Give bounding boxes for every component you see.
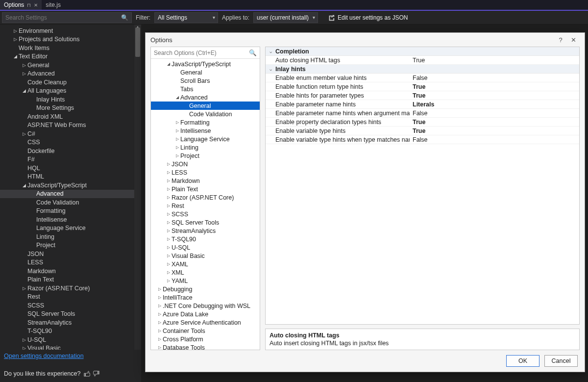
dialog-tree-item[interactable]: ▷Intellisense xyxy=(151,127,260,135)
expander-icon[interactable]: ▷ xyxy=(166,204,172,208)
expander-icon[interactable]: ▷ xyxy=(166,170,172,175)
dialog-tree-item[interactable]: ▷XAML xyxy=(151,260,260,268)
dialog-tree-item[interactable]: ▷JSON xyxy=(151,160,260,168)
expander-icon[interactable]: ▷ xyxy=(166,220,172,225)
property-value[interactable]: True xyxy=(410,83,579,90)
expander-icon[interactable]: ▷ xyxy=(174,137,180,141)
property-row[interactable]: Enable variable type hints when type mat… xyxy=(266,135,579,144)
sidebar-item[interactable]: HQL xyxy=(0,164,134,173)
expander-icon[interactable]: ▷ xyxy=(21,286,27,291)
expander-icon[interactable]: ▷ xyxy=(166,270,172,275)
expander-icon[interactable]: ▷ xyxy=(21,71,27,76)
dialog-tree-item[interactable]: ▷StreamAnalytics xyxy=(151,227,260,235)
property-value[interactable]: True xyxy=(410,127,579,134)
dialog-tree-item[interactable]: ▷T-SQL90 xyxy=(151,235,260,243)
sidebar-item[interactable]: ▷U-SQL xyxy=(0,335,134,344)
sidebar-item[interactable]: ▷Razor (ASP.NET Core) xyxy=(0,284,134,293)
search-settings-input[interactable]: 🔍 xyxy=(2,12,132,23)
dialog-tree-item[interactable]: ▷Debugging xyxy=(151,285,260,293)
expander-icon[interactable]: ◢ xyxy=(174,95,180,100)
sidebar-item[interactable]: HTML xyxy=(0,173,134,181)
sidebar-item[interactable]: Language Service xyxy=(0,224,134,233)
sidebar-item[interactable]: Formatting xyxy=(0,207,134,216)
sidebar-item[interactable]: T-SQL90 xyxy=(0,327,134,336)
dialog-tree-item[interactable]: ▷Azure Data Lake xyxy=(151,310,260,318)
dialog-tree-item[interactable]: ▷SCSS xyxy=(151,210,260,218)
dialog-tree-item[interactable]: ▷Language Service xyxy=(151,135,260,143)
property-value[interactable]: False xyxy=(410,110,579,117)
settings-doc-link[interactable]: Open settings documentation xyxy=(4,353,84,359)
sidebar-item[interactable]: Plain Text xyxy=(0,276,134,284)
property-value[interactable]: True xyxy=(410,92,579,99)
sidebar-item[interactable]: ◢All Languages xyxy=(0,87,134,96)
expander-icon[interactable]: ▷ xyxy=(166,195,172,200)
tab-options[interactable]: Options ⊓ ✕ xyxy=(0,0,42,10)
property-grid[interactable]: ⌵CompletionAuto closing HTML tagsTrue⌵In… xyxy=(265,47,580,325)
dialog-tree-item[interactable]: ▷Rest xyxy=(151,202,260,210)
dialog-tree-item[interactable]: ▷Cross Platform xyxy=(151,335,260,343)
sidebar-item[interactable]: ASP.NET Web Forms xyxy=(0,121,134,130)
expander-icon[interactable]: ▷ xyxy=(157,304,163,308)
sidebar-item[interactable]: ▷General xyxy=(0,61,134,70)
tab-sitejs[interactable]: site.js xyxy=(42,0,65,10)
applies-dropdown[interactable]: user (current install) xyxy=(253,12,318,23)
sidebar-item[interactable]: Intellisense xyxy=(0,215,134,224)
close-icon[interactable]: ✕ xyxy=(34,2,38,8)
dialog-tree-item[interactable]: ▷Database Tools xyxy=(151,343,260,350)
dialog-tree-item[interactable]: ▷Plain Text xyxy=(151,185,260,193)
expander-icon[interactable]: ▷ xyxy=(166,245,172,250)
scroll-thumb[interactable] xyxy=(135,27,140,57)
sidebar-item[interactable]: Advanced xyxy=(0,190,134,199)
expander-icon[interactable]: ▷ xyxy=(157,295,163,300)
property-value[interactable]: True xyxy=(410,57,579,64)
property-value[interactable]: False xyxy=(410,136,579,143)
property-value[interactable]: False xyxy=(410,75,579,81)
property-group-header[interactable]: ⌵Completion xyxy=(266,47,579,56)
sidebar-item[interactable]: ◢Text Editor xyxy=(0,52,134,61)
property-row[interactable]: Auto closing HTML tagsTrue xyxy=(266,56,579,65)
expander-icon[interactable]: ▷ xyxy=(166,254,172,258)
dialog-tree-item[interactable]: ▷Linting xyxy=(151,143,260,152)
sidebar-item[interactable]: Project xyxy=(0,241,134,250)
sidebar-item[interactable]: ◢JavaScript/TypeScript xyxy=(0,181,134,190)
property-row[interactable]: Enable parameter name hintsLiterals xyxy=(266,100,579,109)
dialog-tree-item[interactable]: ▷Project xyxy=(151,152,260,160)
dialog-tree[interactable]: ◢JavaScript/TypeScriptGeneralScroll Bars… xyxy=(151,59,260,350)
dialog-tree-item[interactable]: ▷Razor (ASP.NET Core) xyxy=(151,193,260,202)
sidebar-item[interactable]: ▷Projects and Solutions xyxy=(0,35,134,44)
expander-icon[interactable]: ▷ xyxy=(166,262,172,266)
edit-json-link[interactable]: Edit user settings as JSON xyxy=(328,14,408,21)
sidebar-item[interactable]: Rest xyxy=(0,293,134,302)
sidebar-tree[interactable]: ▷Environment▷Projects and SolutionsWork … xyxy=(0,25,134,382)
dialog-tree-item[interactable]: ▷XML xyxy=(151,268,260,277)
sidebar-item[interactable]: StreamAnalytics xyxy=(0,318,134,327)
expander-icon[interactable]: ▷ xyxy=(166,187,172,191)
dialog-tree-item[interactable]: ▷Visual Basic xyxy=(151,252,260,260)
expander-icon[interactable]: ▷ xyxy=(166,229,172,233)
expander-icon[interactable]: ▷ xyxy=(157,337,163,341)
expander-icon[interactable]: ▷ xyxy=(166,237,172,241)
dialog-tree-item[interactable]: ▷Markdown xyxy=(151,177,260,185)
expander-icon[interactable]: ▷ xyxy=(12,28,19,33)
dialog-tree-item[interactable]: General xyxy=(151,68,260,76)
property-group-header[interactable]: ⌵Inlay hints xyxy=(266,65,579,74)
sidebar-item[interactable]: Linting xyxy=(0,232,134,241)
property-row[interactable]: Enable function return type hintsTrue xyxy=(266,82,579,91)
expander-icon[interactable]: ▷ xyxy=(166,178,172,183)
dialog-tree-item[interactable]: ▷Azure Service Authentication xyxy=(151,318,260,327)
dialog-tree-item[interactable]: Code Validation xyxy=(151,110,260,118)
sidebar-item[interactable]: More Settings xyxy=(0,104,134,113)
expander-icon[interactable]: ◢ xyxy=(21,183,27,188)
property-value[interactable]: Literals xyxy=(410,101,579,108)
expander-icon[interactable]: ▷ xyxy=(174,145,180,150)
property-row[interactable]: Enable parameter name hints when argumen… xyxy=(266,109,579,118)
ok-button[interactable]: OK xyxy=(506,355,539,367)
sidebar-item[interactable]: Markdown xyxy=(0,267,134,276)
dialog-tree-item[interactable]: ▷Container Tools xyxy=(151,327,260,335)
property-value[interactable]: True xyxy=(410,119,579,126)
expander-icon[interactable]: ▷ xyxy=(157,320,163,325)
dialog-tree-item[interactable]: ▷.NET Core Debugging with WSL xyxy=(151,302,260,310)
expander-icon[interactable]: ◢ xyxy=(21,88,27,93)
property-row[interactable]: Enable variable type hintsTrue xyxy=(266,127,579,135)
dialog-tree-item[interactable]: Scroll Bars xyxy=(151,76,260,85)
